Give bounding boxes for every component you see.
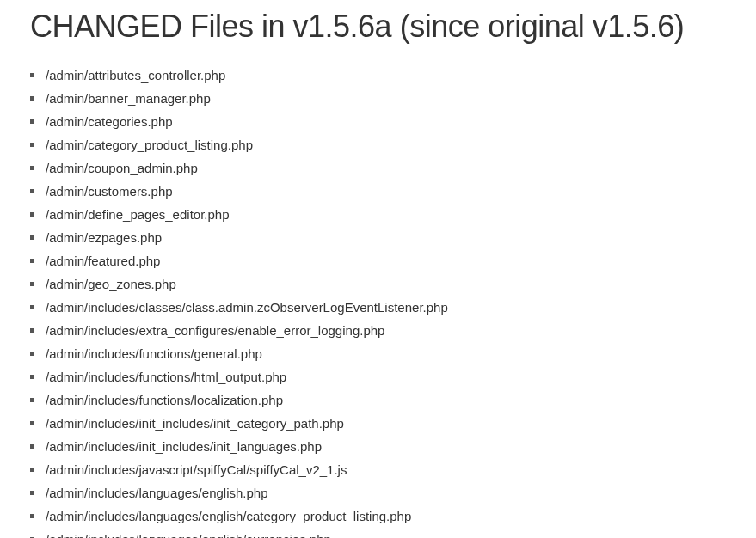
file-list-item: /admin/ezpages.php [30,226,726,249]
file-list-item: /admin/includes/functions/html_output.ph… [30,365,726,388]
changed-files-list: /admin/attributes_controller.php/admin/b… [30,64,726,538]
page-heading: CHANGED Files in v1.5.6a (since original… [30,9,726,45]
file-list-item: /admin/includes/classes/class.admin.zcOb… [30,296,726,319]
file-list-item: /admin/coupon_admin.php [30,156,726,180]
file-list-item: /admin/define_pages_editor.php [30,203,726,226]
document-container: CHANGED Files in v1.5.6a (since original… [0,0,756,538]
file-list-item: /admin/includes/init_includes/init_categ… [30,412,726,435]
file-list-item: /admin/banner_manager.php [30,87,726,110]
file-list-item: /admin/includes/languages/english/catego… [30,504,726,528]
file-list-item: /admin/featured.php [30,249,726,272]
file-list-item: /admin/geo_zones.php [30,272,726,296]
file-list-item: /admin/includes/init_includes/init_langu… [30,435,726,458]
file-list-item: /admin/categories.php [30,110,726,133]
file-list-item: /admin/includes/languages/english.php [30,481,726,504]
file-list-item: /admin/includes/functions/general.php [30,342,726,365]
file-list-item: /admin/includes/extra_configures/enable_… [30,319,726,342]
file-list-item: /admin/includes/javascript/spiffyCal/spi… [30,458,726,481]
file-list-item: /admin/includes/languages/english/curren… [30,528,726,538]
file-list-item: /admin/category_product_listing.php [30,133,726,156]
file-list-item: /admin/attributes_controller.php [30,64,726,87]
file-list-item: /admin/includes/functions/localization.p… [30,388,726,412]
file-list-item: /admin/customers.php [30,180,726,203]
